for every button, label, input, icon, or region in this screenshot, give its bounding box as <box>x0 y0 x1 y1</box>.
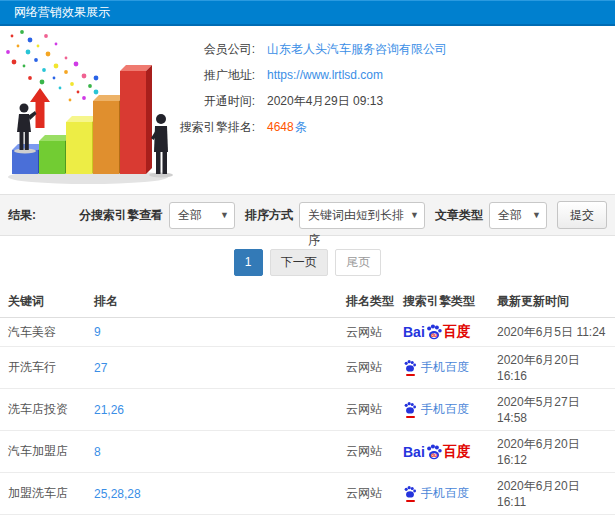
rank-link[interactable]: 25,28,28 <box>94 487 141 501</box>
mobile-baidu-logo: 手机百度 <box>403 485 489 502</box>
results-label: 结果: <box>8 207 36 224</box>
next-page-button[interactable]: 下一页 <box>270 249 328 276</box>
submit-button[interactable]: 提交 <box>557 201 607 229</box>
table-row: 汽车美容9云网站Baidu百度2020年6月5日 11:24 <box>0 318 615 347</box>
update-time-cell: 2020年6月20日 16:16 <box>493 347 615 389</box>
baidu-paw-icon <box>403 485 417 499</box>
info-section: 会员公司:山东老人头汽车服务咨询有限公司推广地址:https://www.lrt… <box>0 26 615 194</box>
table-body: 汽车美容9云网站Baidu百度2020年6月5日 11:24开洗车行27云网站手… <box>0 318 615 520</box>
engine-rank-count-unit: 条 <box>295 120 307 134</box>
mobile-baidu-logo: 手机百度 <box>403 401 489 418</box>
info-field-row: 会员公司:山东老人头汽车服务咨询有限公司 <box>175 36 447 62</box>
article-type-filter-label: 文章类型 <box>435 207 483 224</box>
keyword-cell: 开洗车行 <box>0 347 90 389</box>
rank-cell: 8 <box>90 431 342 473</box>
sort-order-filter-label: 排序方式 <box>245 207 293 224</box>
keyword-cell: 洗车店投资 <box>0 389 90 431</box>
mobile-baidu-paw <box>403 485 417 502</box>
rank-table: 关键词排名排名类型搜索引擎类型最新更新时间 汽车美容9云网站Baidu百度202… <box>0 285 615 520</box>
bar-chart-svg <box>0 26 175 191</box>
keyword-cell: 汽车美容 <box>0 318 90 347</box>
update-time-cell: 2020年6月20日 16:12 <box>493 515 615 520</box>
bar-chart-illustration <box>0 26 175 191</box>
mobile-baidu-paw <box>403 359 417 376</box>
table-row: 洗车赚钱吗30云网站手机百度2020年6月20日 16:12 <box>0 515 615 520</box>
rank-link[interactable]: 9 <box>94 325 101 339</box>
baidu-paw-icon <box>403 401 417 415</box>
rank-link[interactable]: 21,26 <box>94 403 124 417</box>
page: 网络营销效果展示 会员公司:山东老人头汽车服务咨询有限公司推广地址:https:… <box>0 0 615 520</box>
rank-cell: 27 <box>90 347 342 389</box>
baidu-logo: Baidu百度 <box>403 443 489 461</box>
engine-rank-count-label: 搜索引擎排名: <box>175 114 255 140</box>
info-field-row: 开通时间:2020年4月29日 09:13 <box>175 88 447 114</box>
chevron-down-icon: ▼ <box>410 203 419 228</box>
baidu-paw-icon: du <box>425 443 443 461</box>
mobile-baidu-logo: 手机百度 <box>403 359 489 376</box>
open-time-value: 2020年4月29日 09:13 <box>267 88 383 114</box>
baidu-logo-text: Bai <box>403 444 425 460</box>
update-time-cell: 2020年6月20日 16:11 <box>493 473 615 515</box>
keyword-cell: 汽车加盟店 <box>0 431 90 473</box>
baidu-logo-cn: 百度 <box>443 443 471 461</box>
baidu-paw: du <box>425 443 443 461</box>
column-header-1: 排名 <box>90 285 342 318</box>
table-row: 汽车加盟店8云网站Baidu百度2020年6月20日 16:12 <box>0 431 615 473</box>
engine-type-cell: 手机百度 <box>399 389 493 431</box>
svg-text:du: du <box>431 453 437 458</box>
sort-order-filter-select[interactable]: 关键词由短到长排序▼ <box>299 202 425 229</box>
table-row: 洗车店投资21,26云网站手机百度2020年5月27日 14:58 <box>0 389 615 431</box>
chevron-down-icon: ▼ <box>220 203 229 228</box>
paw-underline <box>406 416 415 418</box>
baidu-paw: du <box>425 323 443 341</box>
engine-view-filter-select[interactable]: 全部▼ <box>169 202 235 229</box>
promotion-url-label: 推广地址: <box>175 62 255 88</box>
update-time-cell: 2020年5月27日 14:58 <box>493 389 615 431</box>
baidu-paw-icon <box>403 359 417 373</box>
last-page-button[interactable]: 尾页 <box>335 249 381 276</box>
rank-cell: 30 <box>90 515 342 520</box>
engine-type-cell: Baidu百度 <box>399 431 493 473</box>
open-time-label: 开通时间: <box>175 88 255 114</box>
keyword-cell: 加盟洗车店 <box>0 473 90 515</box>
engine-type-cell: 手机百度 <box>399 473 493 515</box>
paw-underline <box>406 500 415 502</box>
rank-cell: 21,26 <box>90 389 342 431</box>
filter-controls: 分搜索引擎查看全部▼排序方式关键词由短到长排序▼文章类型全部▼ <box>69 202 547 229</box>
page-number-current[interactable]: 1 <box>234 249 263 276</box>
rank-type-cell: 云网站 <box>342 347 399 389</box>
update-time-cell: 2020年6月20日 16:12 <box>493 431 615 473</box>
mobile-baidu-label: 手机百度 <box>421 359 469 376</box>
rank-type-cell: 云网站 <box>342 389 399 431</box>
keyword-cell: 洗车赚钱吗 <box>0 515 90 520</box>
member-company-label: 会员公司: <box>175 36 255 62</box>
article-type-filter-select[interactable]: 全部▼ <box>489 202 547 229</box>
mobile-baidu-label: 手机百度 <box>421 401 469 418</box>
engine-view-filter-label: 分搜索引擎查看 <box>79 207 163 224</box>
engine-rank-count-value: 4648条 <box>267 114 307 140</box>
member-company-value[interactable]: 山东老人头汽车服务咨询有限公司 <box>267 36 447 62</box>
mobile-baidu-label: 手机百度 <box>421 485 469 502</box>
table-row: 加盟洗车店25,28,28云网站手机百度2020年6月20日 16:11 <box>0 473 615 515</box>
rank-link[interactable]: 27 <box>94 361 107 375</box>
column-header-3: 搜索引擎类型 <box>399 285 493 318</box>
promotion-url-value[interactable]: https://www.lrtlsd.com <box>267 62 383 88</box>
rank-cell: 9 <box>90 318 342 347</box>
paw-underline <box>406 374 415 376</box>
baidu-logo-cn: 百度 <box>443 323 471 341</box>
chevron-down-icon: ▼ <box>532 203 541 228</box>
info-field-row: 搜索引擎排名:4648条 <box>175 114 447 140</box>
column-header-2: 排名类型 <box>342 285 399 318</box>
engine-type-cell: 手机百度 <box>399 515 493 520</box>
rank-type-cell: 云网站 <box>342 515 399 520</box>
update-time-cell: 2020年6月5日 11:24 <box>493 318 615 347</box>
page-title-bar: 网络营销效果展示 <box>0 0 615 26</box>
mobile-baidu-paw <box>403 401 417 418</box>
column-header-4: 最新更新时间 <box>493 285 615 318</box>
table-header-row: 关键词排名排名类型搜索引擎类型最新更新时间 <box>0 285 615 318</box>
rank-type-cell: 云网站 <box>342 473 399 515</box>
rank-type-cell: 云网站 <box>342 431 399 473</box>
rank-link[interactable]: 8 <box>94 445 101 459</box>
engine-rank-count-number: 4648 <box>267 120 294 134</box>
filter-bar: 结果: 分搜索引擎查看全部▼排序方式关键词由短到长排序▼文章类型全部▼ 提交 <box>0 194 615 236</box>
